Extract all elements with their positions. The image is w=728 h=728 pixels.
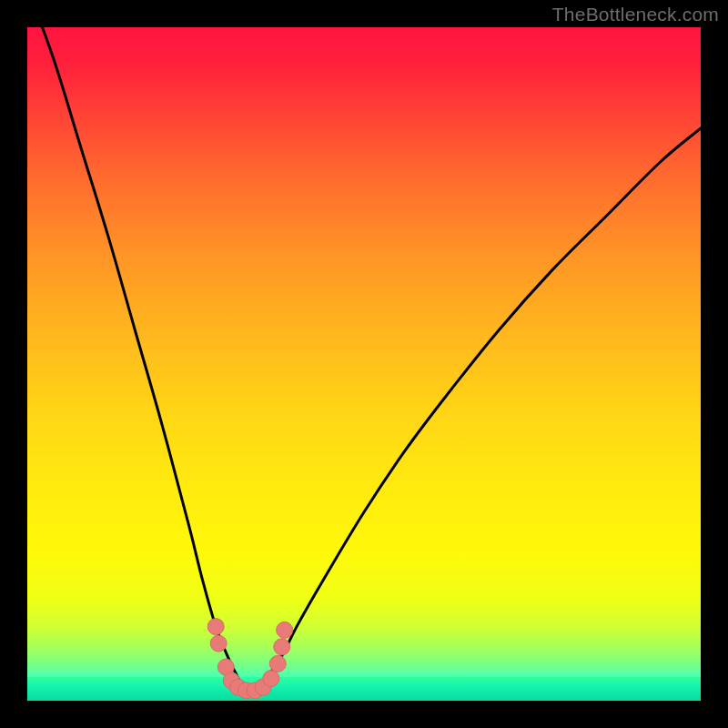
near-minimum-markers [207, 619, 292, 699]
marker-dot [263, 671, 279, 687]
chart-frame: TheBottleneck.com [0, 0, 728, 728]
bottleneck-curve [27, 27, 701, 694]
curve-layer [27, 27, 701, 701]
plot-area [27, 27, 701, 701]
marker-dot [274, 639, 290, 655]
marker-dot [277, 622, 293, 638]
marker-dot [210, 635, 227, 652]
watermark-text: TheBottleneck.com [552, 4, 719, 25]
marker-dot [207, 619, 224, 635]
bottleneck-curve-path [27, 27, 701, 694]
marker-dot [269, 655, 286, 672]
